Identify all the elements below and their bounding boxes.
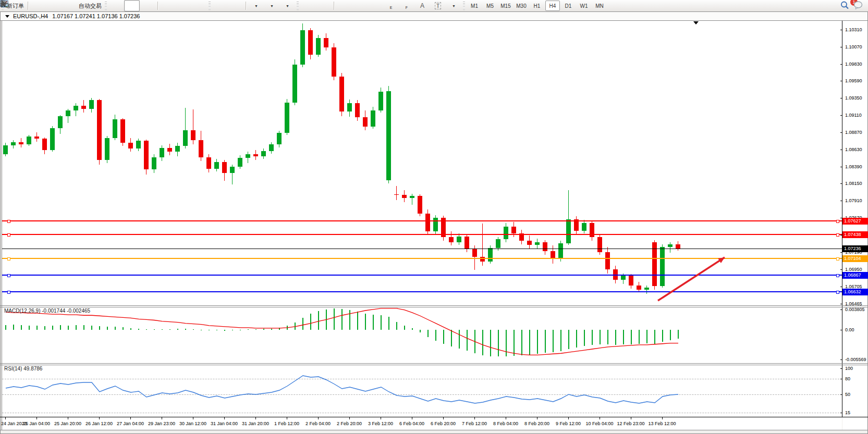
hline-handle[interactable]	[836, 274, 839, 277]
macd-histogram-bar	[373, 315, 374, 330]
macd-histogram-bar	[435, 330, 436, 341]
macd-histogram-bar	[232, 330, 233, 330]
macd-histogram-bar	[334, 308, 335, 330]
macd-histogram-bar	[115, 327, 116, 330]
macd-axis-label: 0.003805	[845, 307, 865, 312]
hline-handle[interactable]	[836, 220, 839, 223]
macd-histogram-bar	[44, 326, 45, 330]
price-hline[interactable]	[2, 234, 842, 235]
macd-histogram-bar	[341, 309, 343, 330]
panel-splitter[interactable]	[0, 305, 868, 306]
time-tick	[662, 417, 663, 419]
macd-indicator-label: MACD(12,26,9) -0.001744 -0.002465	[4, 308, 90, 314]
candle-up	[50, 128, 55, 150]
candle-up	[160, 148, 164, 157]
panel-splitter[interactable]	[0, 307, 868, 307]
candle-down	[97, 100, 102, 160]
rsi-indicator-label: RSI(14) 49.8786	[4, 366, 42, 371]
macd-histogram-bar	[662, 330, 663, 342]
hline-handle[interactable]	[836, 291, 839, 294]
candle-up	[660, 247, 665, 286]
macd-histogram-bar	[568, 330, 569, 349]
rsi-level-label: 100	[845, 366, 853, 371]
rsi-level-line	[2, 394, 842, 395]
candle-down	[167, 148, 172, 152]
price-hline[interactable]	[2, 220, 842, 221]
candle-up	[371, 110, 375, 127]
panel-splitter[interactable]	[0, 363, 868, 364]
price-hline[interactable]	[2, 258, 842, 259]
panel-splitter[interactable]	[0, 365, 868, 365]
candle-down	[425, 214, 430, 231]
time-axis-label: 27 Jan 04:00	[114, 421, 147, 426]
macd-histogram-bar	[600, 330, 601, 344]
macd-axis-label: -0.005569	[845, 357, 866, 362]
price-tick-label: 1.08150	[845, 181, 862, 186]
candle-down	[253, 154, 258, 156]
time-axis-label: 9 Feb 12:00	[552, 421, 585, 426]
hline-handle[interactable]	[7, 233, 10, 237]
macd-histogram-bar	[615, 330, 616, 345]
macd-histogram-bar	[52, 326, 53, 330]
hline-handle[interactable]	[7, 274, 10, 277]
hline-handle[interactable]	[7, 220, 10, 223]
hline-handle[interactable]	[7, 257, 10, 261]
macd-histogram-bar	[21, 325, 22, 330]
macd-histogram-bar	[5, 325, 6, 330]
rsi-level-line	[2, 379, 842, 379]
price-tick	[840, 30, 842, 30]
price-tick-label: 1.09830	[845, 61, 862, 67]
candle-down	[199, 140, 203, 157]
candle-up	[410, 196, 414, 198]
price-tick	[840, 304, 842, 304]
macd-histogram-bar	[537, 330, 538, 354]
time-tick	[5, 417, 6, 419]
candle-up	[136, 141, 141, 148]
macd-histogram-bar	[443, 330, 444, 344]
candle-up	[582, 223, 586, 231]
candle-down	[449, 237, 454, 242]
macd-histogram-bar	[678, 330, 679, 339]
time-tick	[318, 417, 319, 419]
rsi-level-label: 15	[845, 410, 850, 415]
macd-histogram-bar	[99, 326, 100, 330]
macd-histogram-bar	[13, 325, 14, 330]
candle-down	[543, 242, 547, 252]
price-tag: 1.06867	[842, 272, 868, 279]
price-hline[interactable]	[2, 249, 842, 249]
macd-histogram-bar	[381, 315, 382, 330]
time-tick	[506, 417, 506, 419]
macd-histogram-bar	[263, 329, 264, 330]
hline-handle[interactable]	[7, 291, 10, 294]
macd-histogram-bar	[302, 318, 303, 330]
macd-histogram-bar	[670, 330, 671, 340]
candle-down	[324, 38, 328, 47]
hline-handle[interactable]	[836, 233, 839, 237]
chart-shift-marker[interactable]	[693, 21, 699, 24]
hline-handle[interactable]	[836, 257, 839, 261]
candle-down	[120, 119, 125, 143]
rsi-level-label: 80	[845, 376, 850, 381]
rsi-axis-tick	[840, 379, 842, 379]
candle-up	[89, 100, 94, 108]
candle-down	[590, 223, 594, 237]
price-hline[interactable]	[2, 275, 842, 276]
time-axis-label: 31 Jan 20:00	[239, 421, 272, 426]
candle-up	[386, 91, 391, 180]
candle-up	[152, 157, 156, 169]
candle-up	[214, 162, 219, 168]
candle-down	[144, 141, 149, 169]
macd-histogram-bar	[576, 330, 577, 348]
price-tag: 1.06632	[842, 289, 868, 295]
macd-histogram-bar	[388, 317, 389, 330]
time-axis-label: 13 Feb 12:00	[645, 421, 679, 426]
macd-histogram-bar	[83, 325, 84, 330]
price-tick-label: 1.09350	[845, 95, 862, 101]
rsi-level-line	[2, 413, 842, 413]
candle-up	[621, 276, 626, 280]
price-tick	[840, 287, 842, 287]
price-hline[interactable]	[2, 291, 842, 292]
candle-down	[19, 142, 23, 144]
candle-down	[676, 244, 680, 249]
time-axis-label: 29 Jan 23:00	[145, 421, 178, 426]
